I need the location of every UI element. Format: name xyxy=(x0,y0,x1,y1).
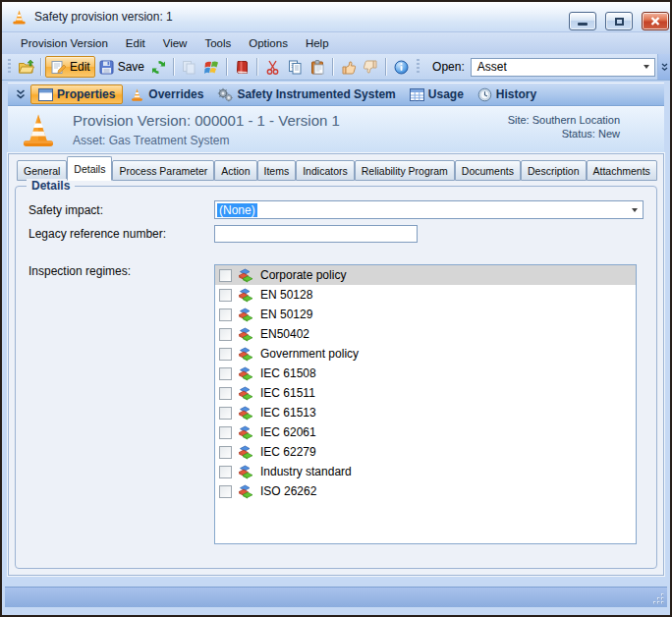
reject-button[interactable] xyxy=(360,56,382,78)
list-item[interactable]: EN50402 xyxy=(215,324,636,344)
page-tab[interactable]: Description xyxy=(521,160,587,181)
checkbox[interactable] xyxy=(219,426,232,439)
list-item[interactable]: IEC 61508 xyxy=(215,364,636,383)
legacy-reference-label: Legacy reference number: xyxy=(28,227,214,241)
page-tab-label: Reliability Program xyxy=(362,165,448,177)
page-tab[interactable]: Attachments xyxy=(587,160,657,181)
toolbar-grip xyxy=(417,59,420,75)
page-tab[interactable]: Process Parameter xyxy=(112,160,214,181)
legacy-reference-input[interactable] xyxy=(214,225,418,243)
copy-disabled-icon xyxy=(181,59,197,76)
menu-item[interactable]: Edit xyxy=(117,34,154,52)
menu-item[interactable]: Options xyxy=(240,34,297,52)
refresh-button[interactable] xyxy=(147,56,170,78)
checkbox[interactable] xyxy=(219,348,232,361)
menu-item[interactable]: View xyxy=(154,34,196,52)
checkbox[interactable] xyxy=(219,446,232,459)
info-button[interactable] xyxy=(390,56,413,78)
checkbox[interactable] xyxy=(219,407,232,420)
toolbar-overflow-icon xyxy=(661,63,668,72)
toolbar-separator xyxy=(256,58,258,76)
copy-disabled-button[interactable] xyxy=(178,56,200,78)
tab-usage[interactable]: Usage xyxy=(403,84,471,104)
list-item[interactable]: IEC 62061 xyxy=(215,422,636,442)
menu-item[interactable]: Tools xyxy=(196,34,240,52)
list-item[interactable]: Corporate policy xyxy=(215,265,636,285)
tab-history[interactable]: History xyxy=(471,84,543,104)
provision-cone-icon xyxy=(20,112,57,149)
open-folder-icon xyxy=(18,59,34,76)
paste-special-icon xyxy=(203,59,220,76)
menu-bar: Provision VersionEditViewToolsOptionsHel… xyxy=(2,31,670,54)
open-folder-button[interactable] xyxy=(15,56,37,78)
app-window: Safety provision version: 1 Provision Ve… xyxy=(0,0,672,617)
list-item[interactable]: Government policy xyxy=(215,344,636,364)
page-tab[interactable]: Documents xyxy=(455,160,521,181)
checkbox[interactable] xyxy=(219,269,232,282)
tab-page: GeneralDetailsProcess ParameterActionIte… xyxy=(8,153,664,576)
inspection-regimes-list[interactable]: Corporate policy EN 50128 EN 50129 xyxy=(214,264,637,544)
refresh-icon xyxy=(150,59,167,76)
tab-safety-instrumented-system[interactable]: Safety Instrumented System xyxy=(210,84,402,104)
list-item[interactable]: Industry standard xyxy=(215,462,636,481)
open-combobox-value: Asset xyxy=(477,60,507,74)
edit-icon xyxy=(50,59,67,76)
tab-properties[interactable]: Properties xyxy=(30,84,123,104)
checkbox[interactable] xyxy=(219,485,232,498)
list-item-label: IEC 61511 xyxy=(260,386,315,400)
page-tab[interactable]: Reliability Program xyxy=(355,160,455,181)
record-header: Provision Version: 000001 - 1 - Version … xyxy=(8,106,664,153)
regime-icon xyxy=(238,444,253,460)
list-item[interactable]: IEC 62279 xyxy=(215,442,636,462)
thumb-up-icon xyxy=(340,59,357,76)
list-item[interactable]: IEC 61513 xyxy=(215,403,636,422)
copy-button[interactable] xyxy=(284,56,307,78)
save-icon xyxy=(98,59,115,76)
checkbox[interactable] xyxy=(219,367,232,380)
save-button[interactable]: Save xyxy=(95,56,147,78)
page-tab[interactable]: Items xyxy=(257,160,297,181)
safety-impact-combobox[interactable]: (None) xyxy=(214,200,644,219)
tab-overrides[interactable]: Overrides xyxy=(123,84,210,104)
paste-button[interactable] xyxy=(307,56,329,78)
toolbar-overflow-button[interactable] xyxy=(657,54,670,80)
page-tab-label: Details xyxy=(74,163,105,175)
checkbox[interactable] xyxy=(219,289,232,302)
approve-button[interactable] xyxy=(337,56,360,78)
paste-special-button[interactable] xyxy=(200,56,223,78)
report-button[interactable] xyxy=(231,56,253,78)
resize-grip[interactable] xyxy=(652,592,665,605)
copy-icon xyxy=(287,59,304,76)
checkbox[interactable] xyxy=(219,466,232,478)
menu-item[interactable]: Help xyxy=(297,34,338,52)
page-tab[interactable]: General xyxy=(17,160,67,181)
tab-label: Overrides xyxy=(148,87,203,101)
minimize-button[interactable] xyxy=(569,12,596,30)
page-tab[interactable]: Indicators xyxy=(296,160,355,181)
checkbox[interactable] xyxy=(219,308,232,321)
paste-icon xyxy=(309,59,326,76)
close-button[interactable] xyxy=(642,12,669,30)
page-tabs: GeneralDetailsProcess ParameterActionIte… xyxy=(9,154,663,181)
toolbar-grip xyxy=(8,59,11,75)
cut-button[interactable] xyxy=(261,56,284,78)
list-item[interactable]: IEC 61511 xyxy=(215,383,636,403)
status-bar xyxy=(5,587,667,607)
page-tab[interactable]: Details xyxy=(67,156,112,181)
maximize-button[interactable] xyxy=(605,12,633,30)
checkbox[interactable] xyxy=(219,328,232,341)
list-item[interactable]: ISO 26262 xyxy=(215,481,636,501)
record-title: Provision Version: 000001 - 1 - Version … xyxy=(73,112,340,129)
collapse-chevron-icon[interactable] xyxy=(16,88,26,100)
checkbox[interactable] xyxy=(219,387,232,400)
regime-icon xyxy=(238,346,253,362)
list-item[interactable]: EN 50128 xyxy=(215,285,636,305)
regime-icon xyxy=(238,307,253,322)
open-combobox[interactable]: Asset xyxy=(471,58,655,77)
page-tab[interactable]: Action xyxy=(214,160,256,181)
edit-button[interactable]: Edit xyxy=(45,56,95,78)
open-label: Open: xyxy=(432,60,465,74)
inspection-regimes-label: Inspection regimes: xyxy=(28,264,214,278)
menu-item[interactable]: Provision Version xyxy=(12,34,117,52)
list-item[interactable]: EN 50129 xyxy=(215,305,636,324)
